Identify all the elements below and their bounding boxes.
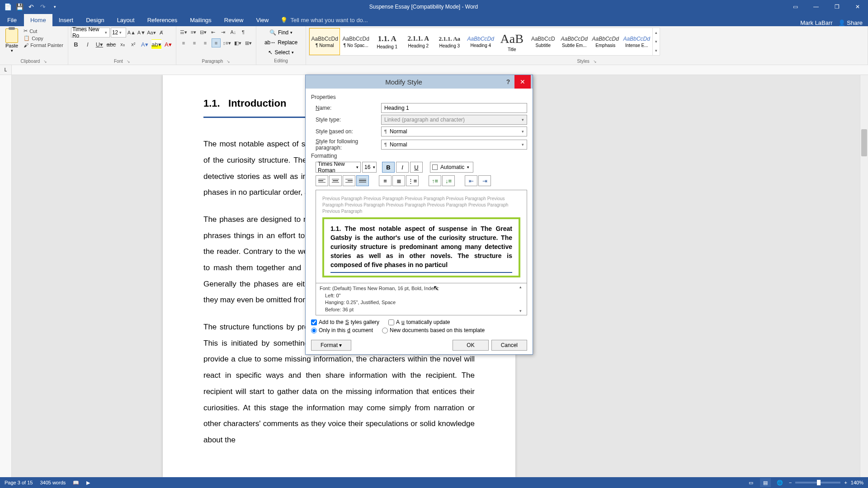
copy-button[interactable]: 📋Copy bbox=[22, 35, 65, 42]
highlight-button[interactable]: ab▾ bbox=[151, 39, 161, 49]
new-documents-radio[interactable]: New documents based on this template bbox=[382, 327, 485, 333]
based-on-combo[interactable]: ¶Normal▾ bbox=[381, 127, 527, 136]
save-icon[interactable]: 💾 bbox=[15, 3, 24, 11]
tab-home[interactable]: Home bbox=[24, 14, 52, 26]
ok-button[interactable]: OK bbox=[453, 340, 488, 351]
share-button[interactable]: 👤 Share bbox=[838, 19, 863, 26]
tab-review[interactable]: Review bbox=[218, 14, 250, 26]
dlg-increase-indent[interactable]: ⇥ bbox=[478, 175, 491, 186]
print-layout-button[interactable]: ▤ bbox=[760, 478, 771, 487]
dlg-italic-button[interactable]: I bbox=[396, 162, 409, 173]
zoom-out-button[interactable]: − bbox=[789, 480, 792, 485]
style-item-intense-e-[interactable]: AaBbCcDdIntense E... bbox=[621, 28, 652, 55]
justify-button[interactable]: ≡ bbox=[212, 38, 221, 47]
decrease-indent-button[interactable]: ⇤ bbox=[209, 28, 218, 37]
horizontal-ruler[interactable] bbox=[12, 65, 868, 75]
dlg-spacing-single[interactable]: ≡ bbox=[379, 175, 392, 186]
desc-scroll-down[interactable]: ▾ bbox=[519, 308, 526, 314]
font-combo[interactable]: Times New Roman▾ bbox=[316, 162, 361, 173]
numbering-button[interactable]: ≡▾ bbox=[189, 28, 198, 37]
style-item-subtitle[interactable]: AaBbCcDSubtitle bbox=[528, 28, 558, 55]
style-item-heading-3[interactable]: 2.1.1. AaHeading 3 bbox=[434, 28, 465, 55]
zoom-level[interactable]: 140% bbox=[851, 480, 863, 485]
tab-design[interactable]: Design bbox=[80, 14, 110, 26]
style-item-heading-4[interactable]: AaBbCcDdHeading 4 bbox=[465, 28, 496, 55]
grow-font-icon[interactable]: A▲ bbox=[127, 28, 136, 37]
align-center-button[interactable]: ≡ bbox=[190, 38, 199, 47]
shrink-font-icon[interactable]: A▼ bbox=[137, 28, 146, 37]
font-name-combo[interactable]: Times New Ro▾ bbox=[71, 28, 110, 38]
redo-icon[interactable]: ↷ bbox=[39, 3, 47, 11]
dlg-space-after[interactable]: ↓≡ bbox=[442, 175, 455, 186]
shading-button[interactable]: ◧▾ bbox=[233, 38, 242, 47]
zoom-in-button[interactable]: + bbox=[844, 480, 847, 485]
read-mode-button[interactable]: ▭ bbox=[745, 478, 756, 487]
dlg-align-left[interactable] bbox=[316, 175, 328, 186]
cut-button[interactable]: ✂Cut bbox=[22, 28, 65, 34]
word-count[interactable]: 3405 words bbox=[40, 480, 66, 485]
subscript-button[interactable]: x₂ bbox=[118, 40, 127, 49]
italic-button[interactable]: I bbox=[83, 39, 93, 49]
align-left-button[interactable]: ≡ bbox=[179, 38, 188, 47]
style-item-emphasis[interactable]: AaBbCcDdEmphasis bbox=[590, 28, 621, 55]
increase-indent-button[interactable]: ⇥ bbox=[219, 28, 228, 37]
size-combo[interactable]: 16▾ bbox=[362, 162, 377, 173]
dialog-titlebar[interactable]: Modify Style ? ✕ bbox=[306, 75, 533, 89]
dlg-align-center[interactable] bbox=[329, 175, 342, 186]
dlg-bold-button[interactable]: B bbox=[382, 162, 395, 173]
tab-mailings[interactable]: Mailings bbox=[184, 14, 218, 26]
sort-button[interactable]: A↓ bbox=[229, 28, 238, 37]
zoom-slider[interactable] bbox=[795, 482, 840, 483]
ruler-corner[interactable]: L bbox=[0, 65, 12, 75]
cancel-button[interactable]: Cancel bbox=[491, 340, 527, 351]
select-button[interactable]: ↖Select ▾ bbox=[265, 48, 296, 56]
text-effects-button[interactable]: A▾ bbox=[140, 39, 150, 49]
tab-insert[interactable]: Insert bbox=[52, 14, 80, 26]
maximize-button[interactable]: ❐ bbox=[826, 0, 847, 14]
dlg-underline-button[interactable]: U bbox=[410, 162, 423, 173]
borders-button[interactable]: ⊞▾ bbox=[244, 38, 253, 47]
user-name[interactable]: Mark LaBarr bbox=[800, 19, 833, 26]
web-layout-button[interactable]: 🌐 bbox=[774, 478, 785, 487]
find-button[interactable]: 🔍Find ▾ bbox=[267, 28, 295, 37]
tab-view[interactable]: View bbox=[250, 14, 275, 26]
tab-layout[interactable]: Layout bbox=[111, 14, 141, 26]
styles-row-up[interactable]: ▴ bbox=[653, 28, 660, 37]
undo-icon[interactable]: ↶ bbox=[27, 3, 35, 11]
ribbon-display-icon[interactable]: ▭ bbox=[785, 0, 806, 14]
strikethrough-button[interactable]: abc bbox=[106, 39, 116, 49]
style-item-heading-2[interactable]: 2.1.1. AHeading 2 bbox=[403, 28, 434, 55]
close-button[interactable]: ✕ bbox=[847, 0, 868, 14]
style-item-heading-1[interactable]: 1.1. AHeading 1 bbox=[372, 28, 402, 55]
bold-button[interactable]: B bbox=[71, 39, 81, 49]
dlg-space-before[interactable]: ↑≡ bbox=[429, 175, 441, 186]
bullets-button[interactable]: ☰▾ bbox=[179, 28, 188, 37]
change-case-icon[interactable]: Aa▾ bbox=[147, 28, 156, 37]
color-combo[interactable]: Automatic▾ bbox=[430, 162, 473, 173]
font-launcher[interactable]: ↘ bbox=[127, 59, 130, 64]
style-item--no-spac-[interactable]: AaBbCcDd¶ No Spac... bbox=[340, 28, 371, 55]
minimize-button[interactable]: — bbox=[806, 0, 826, 14]
dlg-spacing-15[interactable]: ≣ bbox=[392, 175, 405, 186]
following-combo[interactable]: ¶Normal▾ bbox=[381, 140, 527, 150]
font-size-combo[interactable]: 12▾ bbox=[111, 28, 126, 38]
macro-icon[interactable]: ▶ bbox=[86, 480, 90, 486]
line-spacing-button[interactable]: ↕≡▾ bbox=[222, 38, 231, 47]
style-item-subtle-em-[interactable]: AaBbCcDdSubtle Em... bbox=[559, 28, 590, 55]
dlg-decrease-indent[interactable]: ⇤ bbox=[465, 175, 477, 186]
styles-launcher[interactable]: ↘ bbox=[593, 59, 597, 64]
superscript-button[interactable]: x² bbox=[129, 40, 138, 49]
clear-formatting-icon[interactable]: A̸ bbox=[157, 28, 166, 37]
spell-check-icon[interactable]: 📖 bbox=[73, 480, 79, 486]
dlg-spacing-double[interactable]: ⋮≡ bbox=[406, 175, 419, 186]
style-item--normal[interactable]: AaBbCcDd¶ Normal bbox=[309, 28, 340, 55]
paragraph-launcher[interactable]: ↘ bbox=[226, 59, 230, 64]
styles-row-down[interactable]: ▾ bbox=[653, 37, 660, 46]
tell-me-search[interactable]: 💡 Tell me what you want to do... bbox=[275, 14, 373, 26]
vertical-ruler[interactable] bbox=[0, 75, 12, 477]
vertical-scrollbar[interactable] bbox=[860, 75, 868, 477]
add-to-gallery-checkbox[interactable]: Add to the Styles gallery bbox=[311, 319, 379, 325]
format-painter-button[interactable]: 🖌Format Painter bbox=[22, 42, 65, 48]
font-color-button[interactable]: A▾ bbox=[163, 39, 173, 49]
desc-scroll-up[interactable]: ▴ bbox=[519, 284, 526, 290]
